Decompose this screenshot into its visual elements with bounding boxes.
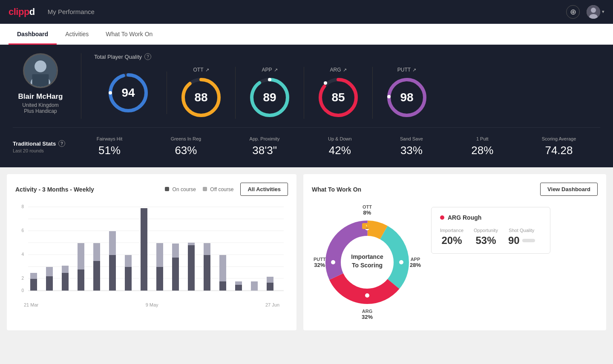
bar (46, 276, 53, 291)
putt-gauge: PUTT ↗ 98 (373, 67, 441, 119)
player-info: Blair McHarg United Kingdom Plus Handica… (13, 53, 81, 119)
proximity-value: 38'3" (252, 144, 277, 157)
svg-point-45 (331, 260, 335, 264)
avatar-button[interactable]: ▾ (587, 5, 604, 19)
svg-text:2: 2 (21, 276, 24, 281)
1putt-value: 28% (471, 144, 493, 157)
svg-text:🏆: 🏆 (365, 224, 370, 229)
bar (267, 283, 273, 291)
info-card: ARG Rough Importance 20% Opportunity 53%… (431, 207, 550, 254)
bar (62, 273, 69, 291)
shot-quality-display: 90 (508, 235, 535, 246)
trad-stats-label: Traditional Stats ? Last 20 rounds (13, 140, 72, 153)
avatar-chevron: ▾ (602, 9, 604, 14)
activity-chart-svg: 8 6 4 2 0 (15, 203, 288, 301)
bar (62, 266, 69, 273)
ott-gauge: OTT ↗ 88 (167, 67, 236, 119)
on-course-dot (165, 187, 169, 191)
header-title: My Performance (48, 8, 566, 15)
putt-score: 98 (400, 91, 413, 104)
putt-circle: 98 (386, 76, 428, 119)
svg-text:To Scoring: To Scoring (352, 262, 383, 269)
bar (78, 269, 84, 291)
svg-text:4: 4 (21, 252, 24, 257)
arg-label: ARG ↗ (330, 67, 346, 73)
app-arrow: ↗ (274, 67, 278, 73)
off-course-dot (203, 187, 207, 191)
tab-dashboard[interactable]: Dashboard (9, 24, 57, 45)
donut-area: Importance To Scoring 🏆 OTT 8% (312, 203, 423, 322)
donut-chart-svg: Importance To Scoring 🏆 (312, 203, 423, 322)
bar (219, 281, 226, 291)
bar (109, 231, 116, 255)
what-panel-header: What To Work On View Dashboard (312, 183, 598, 196)
stats-top: Blair McHarg United Kingdom Plus Handica… (13, 53, 600, 119)
importance-value: 20% (441, 235, 462, 246)
app-label: APP ↗ (262, 67, 277, 73)
gir-label: Greens In Reg (171, 136, 201, 141)
fairways-label: Fairways Hit (97, 136, 123, 141)
trad-item-fairways: Fairways Hit 51% (97, 136, 123, 157)
info-card-container: ARG Rough Importance 20% Opportunity 53%… (431, 203, 598, 254)
scoring-value: 74.28 (545, 144, 573, 157)
svg-point-43 (399, 260, 403, 264)
arg-gauge: ARG ↗ 85 (304, 67, 373, 119)
svg-text:Importance: Importance (351, 253, 383, 260)
quality-help-icon[interactable]: ? (144, 53, 151, 60)
all-activities-button[interactable]: All Activities (240, 183, 288, 196)
svg-text:6: 6 (21, 228, 24, 233)
gir-value: 63% (175, 144, 197, 157)
svg-point-1 (591, 8, 596, 13)
activity-panel-header: Activity - 3 Months - Weekly On course O… (15, 183, 288, 196)
trad-item-scoring: Scoring Average 74.28 (542, 136, 576, 157)
trad-item-1putt: 1 Putt 28% (471, 136, 493, 157)
app-score: 89 (263, 91, 276, 104)
gauges-row: 94 OTT ↗ 88 (94, 67, 600, 119)
activity-panel: Activity - 3 Months - Weekly On course O… (7, 174, 296, 330)
bar (30, 273, 37, 279)
opportunity-metric: Opportunity 53% (474, 228, 498, 246)
bar (188, 243, 195, 245)
trad-help-icon[interactable]: ? (58, 140, 65, 147)
svg-rect-6 (32, 74, 49, 87)
bar (109, 255, 116, 291)
info-card-title: ARG Rough (440, 214, 541, 221)
bar (204, 255, 210, 291)
bottom-panels: Activity - 3 Months - Weekly On course O… (0, 167, 613, 337)
activity-legend: On course Off course (165, 186, 233, 192)
ott-donut-label: OTT 8% (363, 204, 372, 216)
tab-activities[interactable]: Activities (57, 24, 97, 45)
bar (188, 245, 195, 291)
opportunity-label: Opportunity (474, 228, 498, 233)
tab-what-to-work-on[interactable]: What To Work On (97, 24, 161, 45)
bar (93, 261, 100, 291)
logo-text: clippd (9, 6, 35, 17)
quality-section: Total Player Quality ? 94 (81, 53, 600, 119)
chart-x-labels: 21 Mar 9 May 27 Jun (15, 302, 288, 307)
bar (46, 267, 53, 276)
main-score: 94 (121, 86, 135, 100)
player-country: United Kingdom (22, 102, 58, 108)
svg-point-20 (387, 95, 391, 98)
svg-text:8: 8 (21, 204, 24, 209)
shot-quality-metric: Shot Quality 90 (508, 228, 535, 246)
activity-title: Activity - 3 Months - Weekly (15, 186, 94, 193)
chart-area: 8 6 4 2 0 (15, 203, 288, 301)
what-to-work-panel: What To Work On View Dashboard (303, 174, 606, 330)
1putt-label: 1 Putt (476, 136, 489, 141)
svg-point-4 (35, 60, 46, 72)
player-avatar (23, 53, 58, 88)
bar (219, 255, 226, 281)
shot-quality-bar (522, 239, 535, 242)
add-button[interactable]: ⊕ (566, 5, 580, 19)
ott-circle: 88 (180, 76, 222, 119)
ott-arrow: ↗ (205, 67, 209, 73)
arg-donut-label: ARG 32% (362, 309, 373, 320)
putt-donut-label: PUTT 32% (314, 257, 326, 268)
scoring-label: Scoring Average (542, 136, 576, 141)
bar (235, 285, 242, 291)
view-dashboard-button[interactable]: View Dashboard (540, 183, 598, 196)
player-handicap: Plus Handicap (24, 108, 57, 114)
sandsave-value: 33% (400, 144, 423, 157)
sandsave-label: Sand Save (400, 136, 423, 141)
